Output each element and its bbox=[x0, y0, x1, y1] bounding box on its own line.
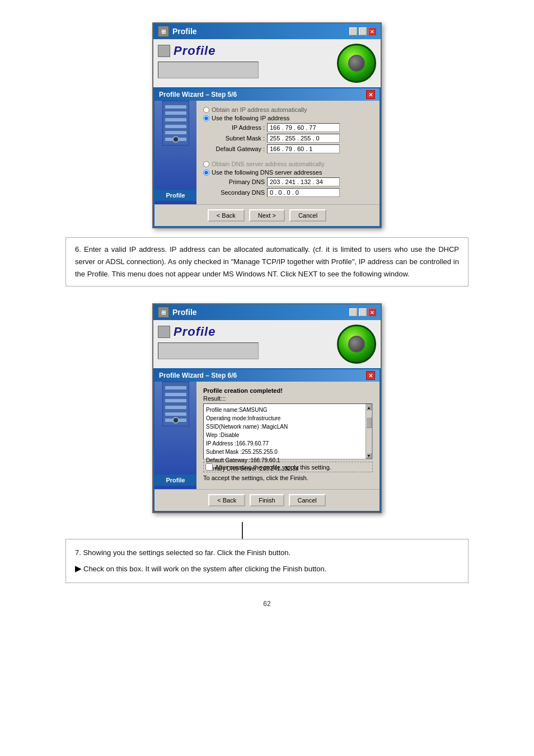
green-orb-2 bbox=[337, 325, 376, 364]
wizard-body-2: Profile Profile creation completed! Resu… bbox=[154, 382, 380, 489]
wizard-titlebar-2: Profile Wizard – Step 6/6 ✕ bbox=[154, 369, 380, 382]
back-button-2[interactable]: < Back bbox=[208, 494, 245, 506]
profile-logo-icon-2 bbox=[158, 326, 170, 338]
sep1 bbox=[203, 155, 373, 161]
cr1 bbox=[165, 105, 186, 109]
wizard-footer-2: < Back Finish Cancel bbox=[154, 489, 380, 511]
primary-row: Primary DNS 203 . 241 . 132 . 34 bbox=[203, 177, 373, 186]
ip-row: IP Address : 166 . 79 . 60 . 77 bbox=[203, 123, 373, 132]
profile-logo-icon bbox=[158, 45, 170, 57]
mask-value[interactable]: 255 . 255 . 255 . 0 bbox=[267, 134, 340, 143]
profile-header-2: Profile bbox=[153, 320, 381, 368]
step7-line2: Check on this box. It will work on the s… bbox=[83, 562, 326, 575]
result-line: Wep :Disable bbox=[206, 431, 363, 439]
radio-manual-ip-label: Use the following IP address bbox=[212, 115, 289, 121]
wizard-footer-1: < Back Next > Cancel bbox=[154, 204, 380, 226]
profile-header-1: Profile bbox=[153, 39, 381, 87]
result-box: Profile name:SAMSUNGOperating mode:Infra… bbox=[203, 403, 373, 459]
gateway-value[interactable]: 166 . 79 . 60 . 1 bbox=[267, 144, 340, 153]
circuit-dot-2 bbox=[172, 417, 179, 424]
wizard-title-text-2: Profile Wizard – Step 6/6 bbox=[159, 372, 237, 379]
connector bbox=[152, 522, 382, 539]
secondary-row: Secondary DNS 0 . 0 . 0 . 0 bbox=[203, 188, 373, 197]
wizard-titlebar-1: Profile Wizard – Step 5/6 ✕ bbox=[154, 88, 380, 101]
apply-checkbox-label: After creating the profile, apply this s… bbox=[215, 464, 331, 471]
profile-window-1: ⊞ Profile _ □ ✕ Profile Profile Wizard –… bbox=[152, 22, 382, 228]
wizard-content-1: Obtain an IP address automatically Use t… bbox=[196, 101, 380, 204]
radio-auto-ip-label: Obtain an IP address automatically bbox=[212, 106, 307, 113]
radio-auto-ip[interactable]: Obtain an IP address automatically bbox=[203, 106, 373, 113]
page-number: 62 bbox=[263, 600, 270, 608]
cr2-3 bbox=[165, 399, 186, 402]
wizard-dialog-1: Profile Wizard – Step 5/6 ✕ Profile bbox=[153, 87, 381, 227]
mask-row: Subnet Mask : 255 . 255 . 255 . 0 bbox=[203, 134, 373, 143]
mask-label: Subnet Mask : bbox=[203, 135, 265, 142]
back-button-1[interactable]: < Back bbox=[208, 209, 245, 222]
connector-line bbox=[242, 522, 243, 539]
secondary-value[interactable]: 0 . 0 . 0 . 0 bbox=[267, 188, 340, 197]
scroll-down[interactable]: ▼ bbox=[366, 453, 372, 458]
orb-inner-2 bbox=[348, 336, 365, 353]
result-line: Subnet Mask :255.255.255.0 bbox=[206, 448, 363, 456]
cr2-2 bbox=[165, 393, 186, 396]
wizard-close-2[interactable]: ✕ bbox=[366, 371, 375, 380]
wizard-body-1: Profile Obtain an IP address automatical… bbox=[154, 101, 380, 204]
profile-title-2: Profile bbox=[172, 308, 197, 317]
step7-box: 7. Showing you the settings selected so … bbox=[65, 539, 469, 583]
cr2-1 bbox=[165, 386, 186, 389]
radio-manual-ip[interactable]: Use the following IP address bbox=[203, 115, 373, 121]
apply-checkbox[interactable] bbox=[205, 463, 213, 471]
primary-value[interactable]: 203 . 241 . 132 . 34 bbox=[267, 177, 340, 186]
gateway-label: Default Gateway : bbox=[203, 145, 265, 152]
cancel-button-1[interactable]: Cancel bbox=[289, 209, 326, 222]
wizard-left-1: Profile bbox=[154, 101, 196, 204]
info-box-1: 6. Enter a valid IP address. IP address … bbox=[65, 237, 469, 287]
step7-arrow-row: ▶ Check on this box. It will work on the… bbox=[75, 562, 459, 576]
arrow-right-icon: ▶ bbox=[75, 562, 81, 576]
profile-input-display-1 bbox=[158, 62, 259, 78]
maximize-btn-1[interactable]: □ bbox=[359, 27, 367, 35]
finish-note: To accept the settings, click the Finish… bbox=[203, 475, 373, 481]
profile-input-display-2 bbox=[158, 342, 259, 359]
radio-auto-dns[interactable]: Obtain DNS server address automatically bbox=[203, 161, 373, 167]
result-line: Operating mode:Infrastructure bbox=[206, 414, 363, 422]
ip-label: IP Address : bbox=[203, 124, 265, 131]
step7-line1: 7. Showing you the settings selected so … bbox=[75, 546, 459, 559]
profile-titlebar-1: ⊞ Profile _ □ ✕ bbox=[153, 24, 381, 39]
orb-inner-1 bbox=[348, 55, 365, 72]
ip-value[interactable]: 166 . 79 . 60 . 77 bbox=[267, 123, 340, 132]
step7-outer: 7. Showing you the settings selected so … bbox=[65, 539, 469, 583]
circuit-board-1 bbox=[162, 101, 189, 145]
maximize-btn-2[interactable]: □ bbox=[359, 308, 367, 316]
close-btn-1[interactable]: ✕ bbox=[368, 27, 376, 35]
result-scrollbar[interactable]: ▲ ▼ bbox=[366, 404, 372, 459]
primary-label: Primary DNS bbox=[203, 179, 265, 185]
result-label: Result::: bbox=[203, 395, 373, 402]
cr3 bbox=[165, 118, 186, 121]
wizard-left-2: Profile bbox=[154, 382, 196, 489]
circuit-dot-1 bbox=[172, 136, 179, 143]
wizard-content-2: Profile creation completed! Result::: Pr… bbox=[196, 382, 380, 489]
finish-button[interactable]: Finish bbox=[250, 494, 284, 506]
minimize-btn-1[interactable]: _ bbox=[349, 27, 357, 35]
cr2-4 bbox=[165, 406, 186, 409]
scroll-up[interactable]: ▲ bbox=[366, 405, 372, 410]
cancel-button-2[interactable]: Cancel bbox=[289, 494, 326, 506]
secondary-label: Secondary DNS bbox=[203, 189, 265, 196]
scroll-thumb[interactable] bbox=[366, 417, 372, 428]
wizard-close-1[interactable]: ✕ bbox=[366, 90, 375, 99]
minimize-btn-2[interactable]: _ bbox=[349, 308, 357, 316]
radio-auto-dns-label: Obtain DNS server address automatically bbox=[212, 161, 325, 167]
radio-manual-dns[interactable]: Use the following DNS server addresses bbox=[203, 169, 373, 176]
wizard-left-label-2: Profile bbox=[154, 475, 196, 486]
gateway-row: Default Gateway : 166 . 79 . 60 . 1 bbox=[203, 144, 373, 153]
profile-title-1: Profile bbox=[172, 27, 197, 36]
result-text: Profile name:SAMSUNGOperating mode:Infra… bbox=[204, 404, 366, 459]
next-button-1[interactable]: Next > bbox=[249, 209, 285, 222]
close-btn-2[interactable]: ✕ bbox=[368, 308, 376, 316]
profile-logo-text-2: Profile bbox=[174, 325, 216, 339]
cr2-5 bbox=[165, 412, 186, 416]
wizard-left-label-1: Profile bbox=[154, 190, 196, 201]
profile-window-2: ⊞ Profile _ □ ✕ Profile Profile Wizard –… bbox=[152, 303, 382, 513]
completed-text: Profile creation completed! bbox=[203, 387, 373, 394]
